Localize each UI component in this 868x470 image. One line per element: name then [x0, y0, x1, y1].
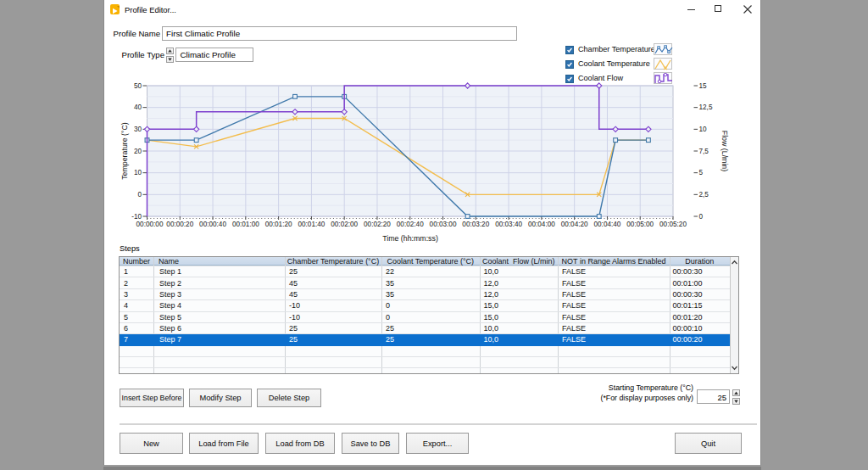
- svg-text:0: 0: [699, 213, 704, 221]
- svg-text:00:03:20: 00:03:20: [462, 221, 489, 228]
- svg-text:10: 10: [134, 169, 142, 176]
- svg-text:30: 30: [134, 126, 142, 133]
- svg-text:5: 5: [699, 169, 704, 176]
- svg-text:50: 50: [134, 82, 142, 90]
- svg-text:00:00:40: 00:00:40: [199, 221, 226, 228]
- svg-text:Temperature (°C): Temperature (°C): [120, 122, 129, 180]
- svg-text:00:00:00: 00:00:00: [136, 221, 164, 228]
- svg-text:00:02:40: 00:02:40: [397, 221, 424, 228]
- svg-text:7,5: 7,5: [699, 148, 709, 155]
- svg-text:Flow (L/min): Flow (L/min): [721, 131, 729, 171]
- svg-text:00:01:20: 00:01:20: [265, 221, 292, 228]
- svg-text:20: 20: [134, 148, 142, 155]
- svg-text:00:01:00: 00:01:00: [232, 221, 259, 228]
- svg-text:40: 40: [134, 104, 142, 111]
- svg-text:00:03:40: 00:03:40: [495, 221, 522, 228]
- svg-text:00:01:40: 00:01:40: [298, 221, 325, 228]
- svg-text:2,5: 2,5: [699, 191, 709, 199]
- svg-text:10: 10: [699, 126, 708, 133]
- svg-text:00:03:00: 00:03:00: [430, 221, 457, 228]
- svg-text:00:05:20: 00:05:20: [659, 221, 687, 228]
- svg-text:0: 0: [137, 191, 142, 199]
- svg-text:15: 15: [699, 82, 708, 90]
- svg-text:00:00:20: 00:00:20: [166, 221, 193, 228]
- svg-text:-10: -10: [131, 213, 142, 221]
- svg-text:00:04:40: 00:04:40: [594, 221, 621, 228]
- svg-text:00:02:20: 00:02:20: [364, 221, 391, 228]
- svg-text:12,5: 12,5: [699, 104, 713, 111]
- svg-text:00:02:00: 00:02:00: [331, 221, 358, 228]
- svg-text:00:05:00: 00:05:00: [626, 221, 654, 228]
- svg-text:00:04:00: 00:04:00: [528, 221, 555, 228]
- svg-text:00:04:20: 00:04:20: [561, 221, 588, 228]
- svg-text:Time (hh:mm:ss): Time (hh:mm:ss): [382, 234, 438, 243]
